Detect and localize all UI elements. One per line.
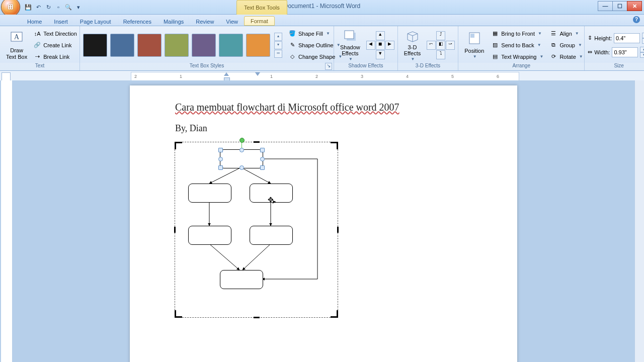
width-input[interactable] [612, 47, 638, 57]
shadow-nudge-down[interactable]: ▼ [376, 50, 385, 59]
tilt-right[interactable]: ⤻ [446, 41, 455, 50]
tab-insert[interactable]: Insert [48, 17, 74, 26]
vertical-ruler[interactable] [1, 80, 13, 362]
width-down[interactable]: ▾ [640, 52, 644, 58]
save-icon[interactable]: 💾 [24, 3, 32, 11]
threed-effects-button[interactable]: 3-D Effects▼ [401, 28, 424, 63]
tab-references[interactable]: References [117, 17, 157, 26]
help-icon[interactable]: ? [633, 16, 640, 23]
tab-format[interactable]: Format [244, 16, 275, 26]
canvas-handle-bl[interactable] [175, 310, 182, 318]
tilt-toggle[interactable]: ◧ [436, 41, 445, 50]
sel-handle-bm[interactable] [239, 165, 244, 170]
contextual-tab-label: Text Box Tools [236, 0, 287, 15]
canvas-handle-left[interactable] [174, 227, 176, 233]
rotate-button[interactable]: ⟳Rotate▼ [547, 51, 585, 62]
minimize-button[interactable]: — [598, 1, 613, 11]
canvas-handle-top[interactable] [254, 141, 260, 143]
group-arrange: Position▼ ▦Bring to Front▼ ▨Send to Back… [458, 26, 585, 70]
text-direction-button[interactable]: ↕AText Direction [31, 28, 79, 39]
send-to-back-button[interactable]: ▨Send to Back▼ [489, 40, 545, 51]
tilt-left[interactable]: ⤺ [427, 41, 436, 50]
ribbon: A Draw Text Box ↕AText Direction 🔗Create… [0, 26, 644, 71]
tab-home[interactable]: Home [21, 17, 48, 26]
sel-handle-ml[interactable] [218, 157, 223, 161]
create-link-button[interactable]: 🔗Create Link [31, 40, 79, 51]
align-button[interactable]: ☰Align▼ [547, 28, 585, 39]
sel-handle-mr[interactable] [260, 157, 265, 161]
sel-handle-tm[interactable] [239, 148, 244, 152]
bring-front-icon: ▦ [491, 30, 499, 38]
height-down[interactable]: ▾ [642, 38, 644, 44]
wrap-icon: ▤ [491, 53, 499, 61]
qat-more-icon[interactable]: ▾ [74, 3, 83, 11]
height-up[interactable]: ▴ [642, 33, 644, 38]
rotation-handle[interactable] [239, 138, 245, 143]
width-up[interactable]: ▴ [640, 47, 644, 52]
flowchart-box-2a[interactable] [188, 184, 231, 203]
sel-handle-bl[interactable] [218, 165, 223, 170]
gallery-up-button[interactable]: ▴ [274, 33, 282, 41]
shadow-nudge-up[interactable]: ▲ [376, 31, 385, 40]
style-swatch-2[interactable] [110, 34, 134, 57]
flowchart-box-bottom[interactable] [220, 270, 263, 289]
canvas-handle-bottom[interactable] [254, 317, 260, 318]
cube-icon [405, 29, 420, 43]
flowchart-box-3a[interactable] [188, 226, 231, 245]
position-button[interactable]: Position▼ [461, 28, 487, 63]
shadow-nudge-right[interactable]: ▶ [385, 41, 394, 50]
width-field: ⇔ Width: ▴▾ [588, 47, 644, 58]
style-swatch-4[interactable] [165, 34, 189, 57]
svg-line-13 [243, 244, 271, 270]
vertical-scrollbar[interactable] [634, 80, 644, 362]
first-line-indent-marker[interactable] [224, 72, 229, 76]
flowchart-box-3b[interactable] [250, 226, 293, 245]
style-swatch-6[interactable] [219, 34, 243, 57]
canvas-handle-tr[interactable] [331, 142, 338, 149]
hanging-indent-marker[interactable] [255, 72, 260, 76]
drawing-canvas[interactable]: ✥➤ [175, 142, 338, 318]
tilt-up[interactable]: ⤴ [436, 31, 445, 40]
tab-mailings[interactable]: Mailings [157, 17, 190, 26]
shadow-effects-button[interactable]: Shadow Effects▼ [337, 28, 363, 63]
new-doc-icon[interactable]: ▫ [54, 3, 62, 11]
style-gallery[interactable]: ▴ ▾ ═ [83, 33, 282, 58]
rotate-icon: ⟳ [549, 53, 557, 61]
page[interactable]: Cara membuat flowchart di Microsoft offi… [130, 85, 517, 362]
canvas-handle-right[interactable] [337, 227, 339, 233]
print-preview-icon[interactable]: 🔍 [64, 3, 72, 11]
style-swatch-5[interactable] [192, 34, 216, 57]
group-button[interactable]: ⧉Group▼ [547, 40, 585, 51]
canvas-handle-br[interactable] [331, 310, 338, 318]
styles-dialog-launcher[interactable]: ↘ [325, 63, 332, 70]
sel-handle-br[interactable] [260, 165, 265, 170]
tilt-down[interactable]: ⤵ [436, 50, 445, 59]
undo-icon[interactable]: ↶ [34, 3, 42, 11]
bring-to-front-button[interactable]: ▦Bring to Front▼ [489, 28, 545, 39]
tab-page-layout[interactable]: Page Layout [74, 17, 117, 26]
shadow-toggle[interactable]: ◼ [376, 41, 385, 50]
flowchart-box-2b[interactable] [250, 184, 293, 203]
text-wrapping-button[interactable]: ▤Text Wrapping▼ [489, 51, 545, 62]
maximize-button[interactable]: ☐ [612, 1, 627, 11]
shadow-nudge-left[interactable]: ◀ [366, 41, 375, 50]
canvas-handle-tl[interactable] [175, 142, 182, 149]
style-swatch-3[interactable] [137, 34, 162, 57]
gallery-more-button[interactable]: ═ [274, 50, 282, 58]
close-button[interactable]: ✕ [627, 1, 642, 11]
sel-handle-tr[interactable] [260, 148, 265, 152]
sel-handle-tl[interactable] [218, 148, 223, 152]
gallery-down-button[interactable]: ▾ [274, 41, 282, 49]
tab-review[interactable]: Review [190, 17, 220, 26]
flowchart-box-top[interactable] [220, 149, 263, 168]
draw-text-box-button[interactable]: A Draw Text Box [3, 28, 30, 63]
break-link-button[interactable]: ⇢Break Link [31, 51, 79, 62]
group-3d-effects: 3-D Effects▼ ⤴ ⤺ ◧ ⤻ ⤵ 3-D Effects [398, 26, 458, 70]
style-swatch-1[interactable] [83, 34, 107, 57]
redo-icon[interactable]: ↻ [44, 3, 52, 11]
tab-view[interactable]: View [220, 17, 244, 26]
style-swatch-7[interactable] [246, 34, 270, 57]
height-input[interactable] [614, 33, 640, 43]
document-area[interactable]: Cara membuat flowchart di Microsoft offi… [13, 80, 634, 362]
group-3d-label: 3-D Effects [398, 63, 458, 70]
